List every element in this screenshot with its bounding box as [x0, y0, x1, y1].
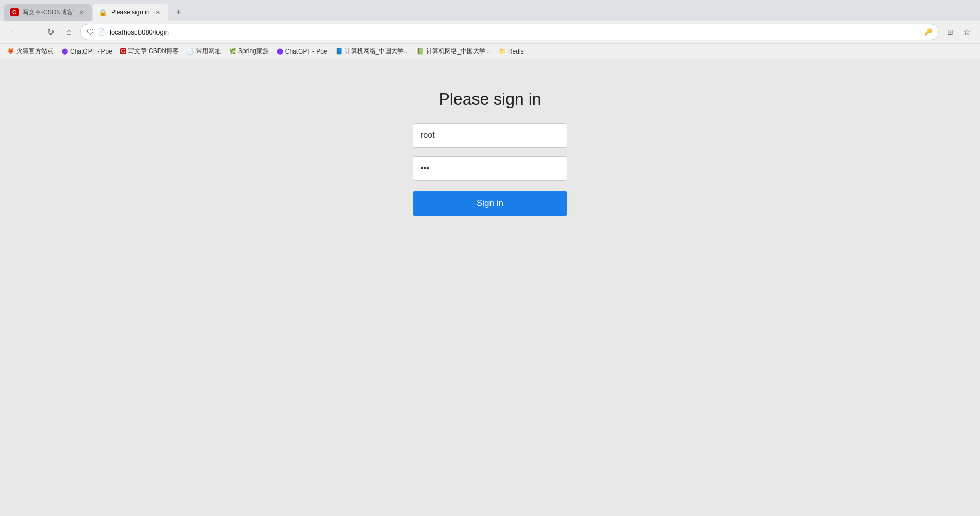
- bookmark-network-1[interactable]: 📘 计算机网络_中国大学...: [332, 46, 412, 57]
- bookmark-csdn[interactable]: C 写文章-CSDN博客: [117, 46, 182, 57]
- tab-csdn[interactable]: C 写文章-CSDN博客 ✕: [4, 4, 92, 21]
- tab-bar: C 写文章-CSDN博客 ✕ 🔒 Please sign in ✕ +: [0, 0, 980, 21]
- bookmark-chatgpt-poe-2[interactable]: ⬤ ChatGPT - Poe: [274, 47, 330, 56]
- password-input[interactable]: [413, 156, 567, 181]
- back-button[interactable]: ←: [6, 25, 21, 39]
- bookmark-chatgpt-poe-1[interactable]: ⬤ ChatGPT - Poe: [59, 47, 115, 56]
- bookmark-csdn-label: 写文章-CSDN博客: [128, 47, 179, 56]
- lock-icon: 🔑: [924, 28, 932, 36]
- refresh-button[interactable]: ↻: [43, 25, 58, 39]
- bookmark-spring-label: Spring家族: [238, 47, 269, 56]
- tab-login-title: Please sign in: [111, 9, 150, 16]
- bookmark-network-1-label: 计算机网络_中国大学...: [345, 47, 409, 56]
- qr-button[interactable]: ⊞: [943, 25, 957, 39]
- bookmark-network-2[interactable]: 📗 计算机网络_中国大学...: [414, 46, 494, 57]
- tab-csdn-close[interactable]: ✕: [77, 8, 85, 16]
- redis-favicon: 📁: [499, 48, 506, 55]
- reader-icon: 📄: [98, 28, 106, 36]
- bookmark-network-2-label: 计算机网络_中国大学...: [426, 47, 491, 56]
- tab-csdn-title: 写文章-CSDN博客: [23, 8, 73, 17]
- network-favicon-2: 📗: [417, 48, 424, 55]
- forward-button[interactable]: →: [25, 25, 39, 39]
- login-title: Please sign in: [439, 90, 541, 109]
- nav-right-buttons: ⊞ ☆: [943, 25, 974, 39]
- login-form: Please sign in Sign in: [413, 90, 567, 216]
- bookmark-chatgpt-poe-2-label: ChatGPT - Poe: [285, 48, 327, 55]
- csdn-bm-favicon: C: [120, 48, 126, 54]
- bookmark-redis-label: Redis: [508, 48, 524, 55]
- home-button[interactable]: ⌂: [62, 25, 76, 39]
- tab-login-close[interactable]: ✕: [154, 8, 162, 16]
- bookmark-spring[interactable]: 🌿 Spring家族: [226, 46, 272, 57]
- bookmark-redis[interactable]: 📁 Redis: [496, 47, 527, 56]
- url-display: localhost:8080/login: [110, 28, 920, 36]
- browser-chrome: C 写文章-CSDN博客 ✕ 🔒 Please sign in ✕ + ← → …: [0, 0, 980, 59]
- spring-favicon: 🌿: [229, 48, 236, 55]
- folder-favicon-1: 📄: [187, 48, 194, 55]
- bookmark-chatgpt-poe-1-label: ChatGPT - Poe: [70, 48, 112, 55]
- new-tab-button[interactable]: +: [171, 5, 186, 20]
- network-favicon-1: 📘: [336, 48, 343, 55]
- nav-bar: ← → ↻ ⌂ 🛡 📄 localhost:8080/login 🔑 ⊞ ☆: [0, 21, 980, 43]
- tab-login[interactable]: 🔒 Please sign in ✕: [93, 4, 168, 21]
- page-content: Please sign in Sign in: [0, 59, 980, 516]
- bookmark-foxofficial-label: 火狐官方站点: [16, 47, 54, 56]
- login-favicon: 🔒: [99, 8, 107, 16]
- address-bar[interactable]: 🛡 📄 localhost:8080/login 🔑: [80, 24, 939, 40]
- bookmark-common-urls[interactable]: 📄 常用网址: [184, 46, 224, 57]
- shield-icon: 🛡: [87, 28, 94, 36]
- username-input[interactable]: [413, 123, 567, 148]
- star-button[interactable]: ☆: [959, 25, 974, 39]
- csdn-favicon: C: [10, 8, 19, 16]
- bookmarks-bar: 🦊 火狐官方站点 ⬤ ChatGPT - Poe C 写文章-CSDN博客 📄 …: [0, 43, 980, 59]
- bookmark-foxofficial[interactable]: 🦊 火狐官方站点: [4, 46, 57, 57]
- sign-in-button[interactable]: Sign in: [413, 191, 567, 216]
- fox-favicon: 🦊: [7, 48, 14, 55]
- poe-favicon-1: ⬤: [62, 48, 68, 55]
- bookmark-common-urls-label: 常用网址: [196, 47, 221, 56]
- poe-favicon-2: ⬤: [277, 48, 283, 55]
